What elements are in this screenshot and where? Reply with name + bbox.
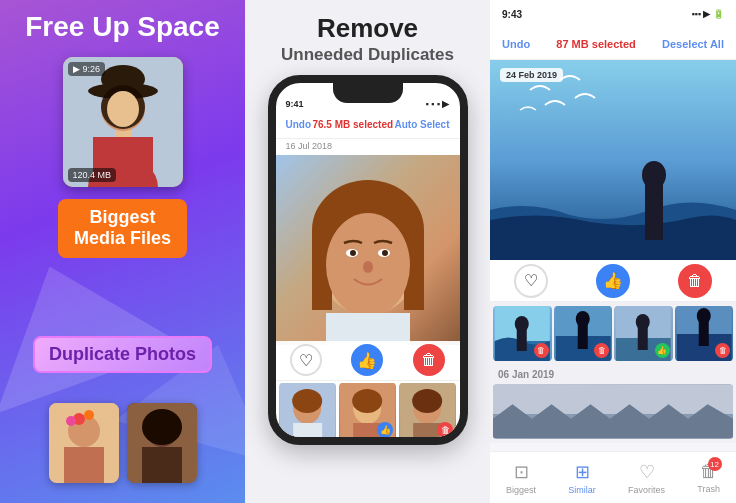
svg-point-33 (292, 389, 322, 413)
phone-date1: 16 Jul 2018 (286, 141, 333, 151)
panel3-main-photo: 24 Feb 2019 (490, 60, 736, 260)
p3-t2-badge: 🗑 (594, 343, 609, 358)
svg-point-13 (84, 410, 94, 420)
trash-icon-wrap: 🗑 12 (700, 461, 718, 482)
panel3-date2: 06 Jan 2019 (490, 365, 736, 384)
trash-button[interactable]: 🗑 (413, 344, 445, 376)
thumb-1[interactable] (279, 383, 336, 441)
svg-rect-11 (64, 447, 104, 483)
similar-icon: ⊞ (575, 461, 590, 483)
biggest-media-label: Biggest Media Files (58, 199, 187, 258)
svg-point-54 (575, 311, 589, 327)
panel3-status-bar: 9:43 ▪▪▪ ▶ 🔋 (490, 0, 736, 28)
svg-point-37 (352, 389, 382, 413)
p3-undo-btn[interactable]: Undo (502, 38, 530, 50)
panel3-thumbnails-row2 (490, 384, 736, 443)
thumb3-trash-badge: 🗑 (437, 422, 453, 438)
p3-t3-badge: 👍 (655, 343, 670, 358)
svg-point-27 (350, 250, 356, 256)
file-size-badge: 120.4 MB (68, 168, 117, 182)
svg-point-62 (696, 308, 710, 324)
phone-action-bar: ♡ 👍 🗑 (276, 341, 460, 381)
svg-point-29 (363, 261, 373, 273)
phone-toolbar: Undo 76.5 MB selected Auto Select (276, 111, 460, 139)
svg-rect-34 (293, 423, 322, 441)
duplicate-photos-label: Duplicate Photos (0, 336, 245, 373)
p3-thumbsup-btn[interactable]: 👍 (596, 264, 630, 298)
svg-point-50 (515, 316, 529, 332)
panel3-date1: 24 Feb 2019 (500, 68, 563, 82)
duplicate-photos-row (0, 403, 245, 483)
thumb2-like-badge: 👍 (377, 422, 393, 438)
p3-selected-label: 87 MB selected (556, 38, 635, 50)
favorites-icon: ♡ (639, 461, 655, 483)
panel3-bottom-nav: ⊡ Biggest ⊞ Similar ♡ Favorites 🗑 12 Tra… (490, 451, 736, 503)
p3-t1-badge: 🗑 (534, 343, 549, 358)
nav-biggest[interactable]: ⊡ Biggest (506, 461, 536, 495)
dup-photo-2 (127, 403, 197, 483)
p3-thumb-3[interactable]: 👍 (614, 306, 673, 361)
panel3-toolbar: Undo 87 MB selected Deselect All (490, 28, 736, 60)
toolbar-undo[interactable]: Undo (286, 119, 312, 130)
video-badge: ▶ 9:26 (68, 62, 106, 76)
toolbar-auto-select[interactable]: Auto Select (394, 119, 449, 130)
p3-thumb-1[interactable]: 🗑 (493, 306, 552, 361)
dup-photo-1 (49, 403, 119, 483)
p3-t4-badge: 🗑 (715, 343, 730, 358)
p3-thumb-5[interactable] (493, 384, 733, 439)
heart-button[interactable]: ♡ (290, 344, 322, 376)
p3-deselect-btn[interactable]: Deselect All (662, 38, 724, 50)
svg-point-41 (412, 389, 442, 413)
panel-remove-duplicates: Remove Unneeded Duplicates 9:41 ▪ ▪ ▪ ▶ … (245, 0, 490, 503)
nav-similar[interactable]: ⊞ Similar (568, 461, 596, 495)
svg-point-8 (107, 91, 139, 127)
thumb-2[interactable]: 👍 (339, 383, 396, 441)
svg-point-58 (636, 314, 650, 330)
thumbs-up-button[interactable]: 👍 (351, 344, 383, 376)
toolbar-selected-label: 76.5 MB selected (312, 119, 393, 130)
phone-main-photo (276, 155, 460, 345)
p3-thumb-2[interactable]: 🗑 (554, 306, 613, 361)
nav-trash[interactable]: 🗑 12 Trash (697, 461, 720, 494)
p3-thumb-4[interactable]: 🗑 (675, 306, 734, 361)
svg-point-46 (642, 161, 666, 189)
panel3-action-row: ♡ 👍 🗑 (490, 260, 736, 302)
video-icon: ▶ (73, 64, 80, 74)
panel-similar-photos: 9:43 ▪▪▪ ▶ 🔋 Undo 87 MB selected Deselec… (490, 0, 736, 503)
svg-point-18 (142, 409, 182, 445)
phone-thumbnails: 👍 🗑 (276, 383, 460, 441)
panel3-thumbnails-row1: 🗑 🗑 👍 (490, 302, 736, 365)
p3-heart-btn[interactable]: ♡ (514, 264, 548, 298)
panel1-title: Free Up Space (25, 12, 220, 43)
trash-badge: 12 (708, 457, 722, 471)
thumb-3[interactable]: 🗑 (399, 383, 456, 441)
phone-notch (333, 83, 403, 103)
svg-point-28 (382, 250, 388, 256)
panel-free-up-space: Free Up Space (0, 0, 245, 503)
svg-rect-17 (142, 447, 182, 483)
phone-date2: 20 Jul 2018 (286, 443, 333, 445)
p3-trash-btn[interactable]: 🗑 (678, 264, 712, 298)
panel1-photo-card: ▶ 9:26 120.4 MB (63, 57, 183, 187)
svg-point-14 (66, 416, 76, 426)
nav-favorites[interactable]: ♡ Favorites (628, 461, 665, 495)
panel2-title: Remove (317, 14, 418, 43)
phone-mockup: 9:41 ▪ ▪ ▪ ▶ Undo 76.5 MB selected Auto … (268, 75, 468, 445)
biggest-icon: ⊡ (514, 461, 529, 483)
panel2-subtitle: Unneeded Duplicates (281, 45, 454, 65)
